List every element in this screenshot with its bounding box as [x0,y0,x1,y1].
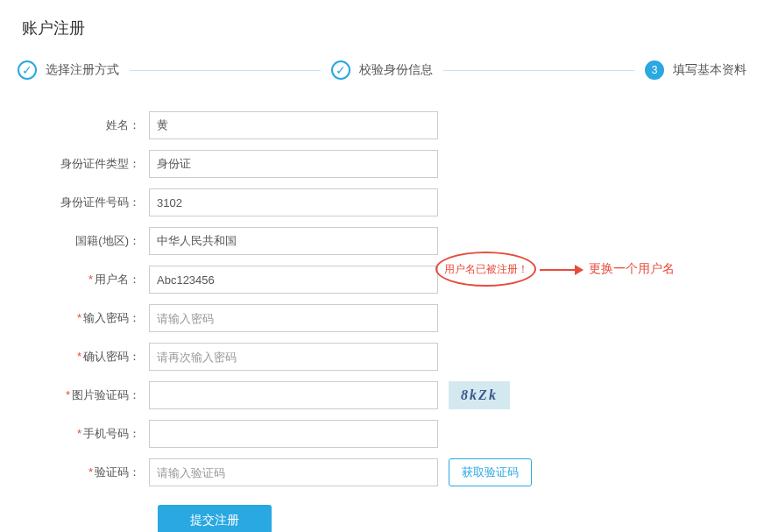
sms-code-label: *验证码： [35,465,149,480]
id-type-input[interactable] [149,150,438,178]
id-number-input[interactable] [149,188,438,216]
sms-code-input[interactable] [149,458,438,486]
steps-indicator: ✓ 选择注册方式 ✓ 校验身份信息 3 填写基本资料 [18,60,746,80]
get-code-button[interactable]: 获取验证码 [449,458,532,486]
confirm-password-input[interactable] [149,343,438,371]
nationality-label: 国籍(地区)： [35,233,149,249]
step-3-number: 3 [645,60,664,80]
username-label: *用户名： [35,272,149,287]
submit-button[interactable]: 提交注册 [158,505,272,532]
id-number-label: 身份证件号码： [35,195,149,210]
step-1-label: 选择注册方式 [46,62,119,78]
captcha-input[interactable] [149,381,438,409]
error-callout: 用户名已被注册！ [435,252,536,287]
id-type-label: 身份证件类型： [35,156,149,172]
step-1: ✓ 选择注册方式 [18,60,119,80]
page-title: 账户注册 [18,18,746,39]
password-input[interactable] [149,304,438,332]
step-connector [130,70,321,71]
check-icon: ✓ [331,60,350,80]
registration-form: 姓名： 身份证件类型： 身份证件号码： 国籍(地区)： *用户名： *输入密码：… [18,110,746,532]
nationality-input[interactable] [149,227,438,255]
username-input[interactable] [149,266,438,294]
phone-input[interactable] [149,420,438,448]
name-input[interactable] [149,111,438,139]
step-2: ✓ 校验身份信息 [331,60,433,80]
captcha-label: *图片验证码： [35,387,149,403]
name-label: 姓名： [35,117,149,133]
step-2-label: 校验身份信息 [359,62,433,78]
captcha-image[interactable]: 8kZk [449,381,510,409]
error-text: 用户名已被注册！ [444,262,528,277]
hint-text: 更换一个用户名 [589,261,675,277]
step-3: 3 填写基本资料 [645,60,746,80]
confirm-password-label: *确认密码： [35,349,149,365]
step-connector [443,70,634,71]
check-icon: ✓ [18,60,37,80]
phone-label: *手机号码： [35,426,149,442]
step-3-label: 填写基本资料 [673,62,746,78]
arrow-icon [540,265,584,275]
password-label: *输入密码： [35,310,149,326]
